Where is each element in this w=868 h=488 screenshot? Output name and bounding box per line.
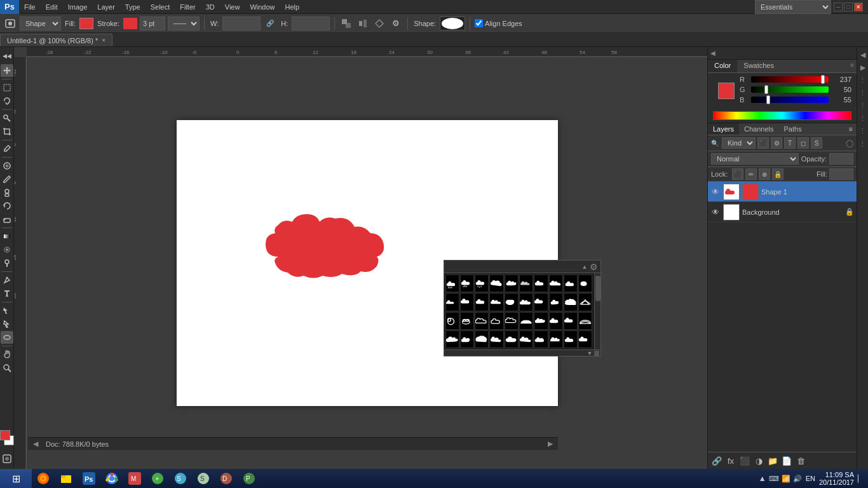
shape-cell-39[interactable] <box>564 330 578 348</box>
dodge-tool[interactable] <box>1 257 13 269</box>
shape-cell-6[interactable] <box>519 274 533 292</box>
layers-tab-layers[interactable]: Layers <box>708 123 739 135</box>
quick-select-tool[interactable] <box>1 112 13 125</box>
shape-cell-17[interactable] <box>534 293 548 311</box>
menu-help[interactable]: Help <box>280 0 305 14</box>
shape-cell-33[interactable] <box>475 330 489 348</box>
status-arrow-left[interactable]: ◀ <box>33 440 38 448</box>
shape-cell-31[interactable] <box>445 330 459 348</box>
shape-cell-40[interactable] <box>578 330 592 348</box>
shape-cell-23[interactable] <box>475 312 489 330</box>
shape-cell-14[interactable] <box>489 293 503 311</box>
notif-icon-1[interactable]: ▲ <box>759 474 766 483</box>
foreground-color-swatch[interactable] <box>0 430 10 440</box>
stroke-type-select[interactable]: ───── <box>168 17 200 30</box>
taskbar-icon-5[interactable]: M <box>123 469 146 488</box>
fill-color-swatch[interactable] <box>79 18 93 29</box>
shape-preview-btn[interactable] <box>440 17 465 30</box>
g-slider-thumb[interactable] <box>764 85 768 94</box>
zoom-tool[interactable] <box>1 362 13 374</box>
toolbar-toggle-btn[interactable]: ◀◀ <box>1 50 13 62</box>
shape-cell-5[interactable] <box>505 274 519 292</box>
adjustment-layer-btn[interactable]: ◑ <box>752 454 765 467</box>
tool-mode-select[interactable]: Shape <box>20 17 61 30</box>
shape-cell-26[interactable] <box>519 312 533 330</box>
shape-cell-25[interactable] <box>505 312 519 330</box>
align-edges-checkbox[interactable] <box>475 19 483 27</box>
shape-cell-8[interactable] <box>549 274 563 292</box>
filter-icon-shape[interactable]: ◻ <box>797 137 809 149</box>
shape-cell-16[interactable] <box>519 293 533 311</box>
shape-settings-icon[interactable]: ⚙ <box>389 17 403 30</box>
layer-mask-btn[interactable]: ⬛ <box>738 454 751 467</box>
shape-cell-20[interactable] <box>578 293 592 311</box>
filter-icon-adjust[interactable]: ⚙ <box>771 137 782 149</box>
healing-brush-tool[interactable] <box>1 159 13 172</box>
shape-cell-13[interactable] <box>475 293 489 311</box>
taskbar-icon-6[interactable]: + <box>146 469 169 488</box>
side-icon-1[interactable]: ◀ <box>858 50 868 60</box>
blur-tool[interactable] <box>1 243 13 256</box>
shape-cell-38[interactable] <box>549 330 563 348</box>
taskbar-icon-9[interactable]: D <box>215 469 238 488</box>
shape-cell-22[interactable] <box>460 312 474 330</box>
shape-cell-15[interactable] <box>505 293 519 311</box>
shape-cell-21[interactable] <box>445 312 459 330</box>
side-icon-4[interactable]: ⋮ <box>858 88 868 98</box>
side-icon-5[interactable]: ⋮ <box>858 100 868 111</box>
g-slider-track[interactable] <box>751 86 829 93</box>
stroke-width-input[interactable] <box>140 17 165 30</box>
menu-3d[interactable]: 3D <box>201 0 220 14</box>
edit-in-quick-mask-btn[interactable] <box>1 452 13 465</box>
lasso-tool[interactable] <box>1 95 13 107</box>
pen-tool[interactable] <box>1 274 13 287</box>
shape-picker-scroll-down[interactable]: ▼ <box>587 350 593 356</box>
side-icon-7[interactable]: ⋮ <box>858 126 868 136</box>
shape-picker-gear[interactable]: ⚙ <box>590 262 598 272</box>
path-alignment-icon[interactable] <box>356 17 370 30</box>
b-slider-track[interactable] <box>751 97 829 103</box>
minimize-btn[interactable]: ─ <box>834 3 843 11</box>
gradient-tool[interactable] <box>1 230 13 243</box>
workspace-preset[interactable]: Essentials <box>755 0 831 14</box>
link-layers-btn[interactable]: 🔗 <box>710 454 723 467</box>
side-icon-6[interactable]: ⋮ <box>858 113 868 123</box>
menu-image[interactable]: Image <box>63 0 93 14</box>
side-icon-8[interactable]: ⋮ <box>858 139 868 149</box>
menu-file[interactable]: File <box>19 0 41 14</box>
history-brush-tool[interactable] <box>1 200 13 212</box>
height-input[interactable] <box>292 17 330 30</box>
lock-all-btn[interactable]: 🔒 <box>772 168 783 180</box>
shape-picker-resize-handle[interactable] <box>594 351 599 356</box>
filter-toggle[interactable]: ◯ <box>846 139 853 147</box>
layer-row-shape1[interactable]: 👁 Shape 1 <box>708 182 857 202</box>
brush-tool[interactable] <box>1 173 13 186</box>
color-swatch-display[interactable] <box>718 83 735 99</box>
opacity-input[interactable]: 100% <box>829 153 853 165</box>
shape-cell-7[interactable] <box>534 274 548 292</box>
lock-artboards-btn[interactable]: ⊕ <box>759 168 770 180</box>
taskbar-icon-10[interactable]: P <box>238 469 261 488</box>
color-tab[interactable]: Color <box>708 60 737 72</box>
shape-cell-2[interactable] <box>460 274 474 292</box>
taskbar-icon-8[interactable]: S <box>192 469 215 488</box>
crop-tool[interactable] <box>1 125 13 138</box>
layer-style-btn[interactable]: fx <box>724 454 737 467</box>
shape-cell-36[interactable] <box>519 330 533 348</box>
width-input[interactable] <box>222 17 261 30</box>
marquee-tool[interactable] <box>1 81 13 94</box>
move-tool[interactable] <box>1 64 13 77</box>
taskbar-icon-explorer[interactable] <box>55 469 78 488</box>
shape-cell-19[interactable] <box>564 293 578 311</box>
lock-position-btn[interactable]: ✏ <box>745 168 757 180</box>
shape-cell-10[interactable] <box>578 274 592 292</box>
shape-cell-18[interactable] <box>549 293 563 311</box>
shape-cell-12[interactable] <box>460 293 474 311</box>
maximize-btn[interactable]: □ <box>844 3 853 11</box>
taskbar-icon-chrome[interactable] <box>100 469 123 488</box>
shape-cell-1[interactable] <box>445 274 459 292</box>
eyedropper-tool[interactable] <box>1 142 13 155</box>
shape-cell-9[interactable] <box>564 274 578 292</box>
shape-picker-scroll-up[interactable]: ▲ <box>582 264 588 270</box>
shape-cell-27[interactable] <box>534 312 548 330</box>
